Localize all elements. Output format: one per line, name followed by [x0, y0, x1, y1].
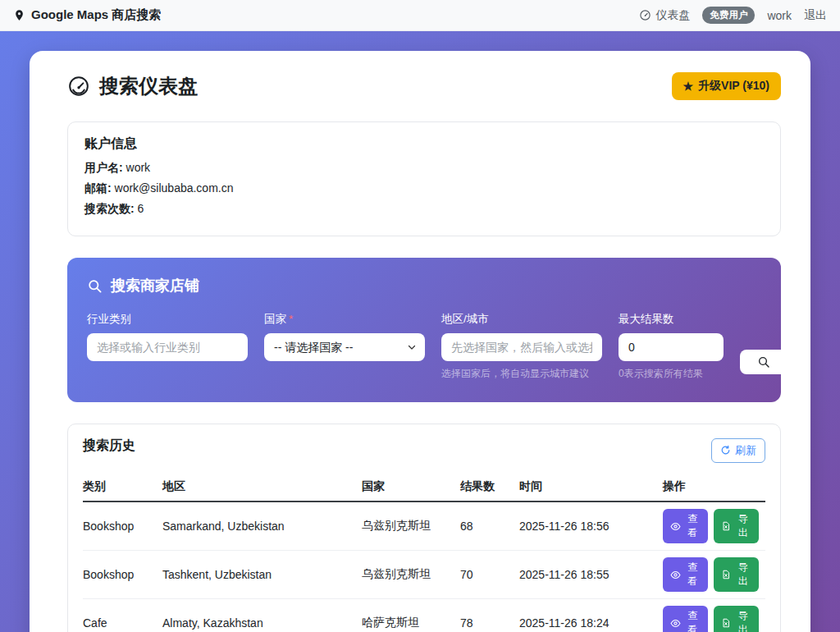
- cell-country: 乌兹别克斯坦: [362, 551, 460, 599]
- row-actions: 查看导出: [663, 509, 759, 543]
- cell-region: Almaty, Kazakhstan: [162, 599, 362, 632]
- cell-results: 68: [460, 501, 519, 551]
- export-button[interactable]: 导出: [714, 557, 759, 592]
- field-country: 国家* -- 请选择国家 --: [264, 312, 425, 361]
- eye-icon: [670, 570, 681, 580]
- refresh-button[interactable]: 刷新: [711, 438, 765, 463]
- account-search-count: 搜索次数: 6: [84, 202, 764, 217]
- nav-username[interactable]: work: [767, 9, 792, 22]
- cell-time: 2025-11-26 18:55: [519, 551, 663, 599]
- view-button[interactable]: 查看: [663, 606, 708, 632]
- cell-results: 70: [460, 551, 519, 599]
- file-export-icon: [721, 521, 731, 531]
- file-export-icon: [721, 570, 731, 579]
- star-icon: ★: [683, 80, 694, 93]
- cell-results: 78: [460, 599, 519, 632]
- cell-country: 乌兹别克斯坦: [362, 501, 460, 551]
- col-country: 国家: [362, 474, 460, 501]
- page-title: 搜索仪表盘: [67, 73, 198, 99]
- search-submit-wrap: [740, 312, 788, 374]
- max-results-hint: 0表示搜索所有结果: [619, 367, 724, 381]
- navbar: Google Maps 商店搜索 仪表盘 免费用户 work 退出: [0, 0, 840, 31]
- search-submit-icon: [757, 355, 770, 369]
- view-button[interactable]: 查看: [663, 509, 708, 543]
- required-asterisk: *: [289, 313, 293, 325]
- nav-logout-link[interactable]: 退出: [804, 8, 827, 23]
- city-input[interactable]: [441, 333, 602, 361]
- dashboard-card: 搜索仪表盘 ★ 升级VIP (¥10) 账户信息 用户名: work 邮箱: w…: [30, 51, 810, 632]
- history-row: BookshopTashkent, Uzbekistan乌兹别克斯坦702025…: [83, 551, 765, 599]
- page-background: 搜索仪表盘 ★ 升级VIP (¥10) 账户信息 用户名: work 邮箱: w…: [0, 31, 840, 632]
- country-select[interactable]: -- 请选择国家 --: [264, 333, 425, 361]
- search-submit-button[interactable]: [740, 350, 788, 374]
- field-max-results: 最大结果数 0表示搜索所有结果: [619, 312, 724, 381]
- search-panel: 搜索商家店铺 行业类别 国家* -- 请选择国家 --: [67, 258, 781, 402]
- history-title: 搜索历史: [83, 437, 135, 455]
- cell-region: Samarkand, Uzbekistan: [162, 501, 362, 551]
- search-history-card: 搜索历史 刷新 类别 地区 国家 结果数 时间 操作: [67, 424, 781, 632]
- upgrade-vip-button[interactable]: ★ 升级VIP (¥10): [672, 72, 781, 100]
- history-table-body: BookshopSamarkand, Uzbekistan乌兹别克斯坦68202…: [83, 501, 765, 632]
- account-email: 邮箱: work@silubaba.com.cn: [84, 181, 764, 196]
- field-city: 地区/城市 选择国家后，将自动显示城市建议: [441, 312, 602, 381]
- history-row: BookshopSamarkand, Uzbekistan乌兹别克斯坦68202…: [83, 501, 765, 551]
- history-row: CafeAlmaty, Kazakhstan哈萨克斯坦782025-11-26 …: [83, 599, 765, 632]
- refresh-icon: [720, 445, 731, 456]
- eye-icon: [670, 521, 681, 532]
- search-icon: [87, 278, 103, 294]
- max-results-input[interactable]: [619, 333, 724, 361]
- brand-title: Google Maps 商店搜索: [31, 7, 161, 23]
- nav-dashboard-link[interactable]: 仪表盘: [639, 8, 690, 23]
- cell-time: 2025-11-26 18:24: [519, 599, 663, 632]
- page-header: 搜索仪表盘 ★ 升级VIP (¥10): [49, 72, 791, 100]
- category-input[interactable]: [87, 333, 248, 361]
- col-results: 结果数: [460, 474, 519, 501]
- file-export-icon: [721, 618, 731, 628]
- eye-icon: [670, 618, 681, 629]
- map-pin-icon: [13, 9, 25, 21]
- row-actions: 查看导出: [663, 557, 759, 592]
- export-button[interactable]: 导出: [714, 509, 759, 543]
- navbar-right: 仪表盘 免费用户 work 退出: [639, 7, 827, 24]
- cell-time: 2025-11-26 18:56: [519, 501, 663, 551]
- col-region: 地区: [162, 474, 362, 501]
- cell-category: Bookshop: [83, 551, 162, 599]
- table-header-row: 类别 地区 国家 结果数 时间 操作: [83, 474, 765, 501]
- history-table: 类别 地区 国家 结果数 时间 操作 BookshopSamarkand, Uz…: [83, 474, 765, 632]
- brand[interactable]: Google Maps 商店搜索: [13, 7, 161, 23]
- field-category: 行业类别: [87, 312, 248, 361]
- row-actions: 查看导出: [663, 606, 759, 632]
- export-button[interactable]: 导出: [714, 606, 759, 632]
- view-button[interactable]: 查看: [663, 557, 708, 592]
- dashboard-gauge-icon: [67, 75, 90, 98]
- free-user-badge: 免费用户: [702, 7, 755, 24]
- cell-country: 哈萨克斯坦: [362, 599, 460, 632]
- account-username: 用户名: work: [84, 161, 764, 176]
- col-actions: 操作: [663, 474, 765, 501]
- city-hint: 选择国家后，将自动显示城市建议: [441, 367, 602, 381]
- col-time: 时间: [519, 474, 663, 501]
- cell-category: Cafe: [83, 599, 162, 632]
- col-category: 类别: [83, 474, 162, 501]
- search-form: 行业类别 国家* -- 请选择国家 -- 地区/城市: [87, 312, 761, 381]
- gauge-icon: [639, 9, 651, 21]
- cell-category: Bookshop: [83, 501, 162, 551]
- search-panel-title: 搜索商家店铺: [87, 276, 761, 295]
- account-info-title: 账户信息: [84, 135, 764, 153]
- cell-region: Tashkent, Uzbekistan: [162, 551, 362, 599]
- account-info-card: 账户信息 用户名: work 邮箱: work@silubaba.com.cn …: [67, 121, 781, 236]
